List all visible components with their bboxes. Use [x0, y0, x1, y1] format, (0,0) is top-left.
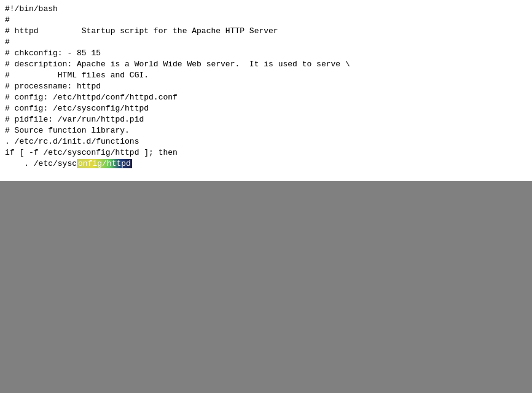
code-line-6: # description: Apache is a World Wide We…	[5, 59, 527, 70]
code-line-7: # HTML files and CGI.	[5, 70, 527, 81]
highlighted-text: onfig/httpd	[77, 159, 132, 168]
code-line-5: # chkconfig: - 85 15	[5, 48, 527, 59]
code-line-11: # pidfile: /var/run/httpd.pid	[5, 114, 527, 125]
code-line-9: # config: /etc/httpd/conf/httpd.conf	[5, 92, 527, 103]
code-editor[interactable]: #!/bin/bash # # httpd Startup script for…	[0, 0, 532, 181]
code-line-2: #	[5, 15, 527, 26]
code-line-13: . /etc/rc.d/init.d/functions	[5, 136, 527, 147]
code-line-10: # config: /etc/sysconfig/httpd	[5, 103, 527, 114]
code-line-12: # Source function library.	[5, 125, 527, 136]
code-line-4: #	[5, 37, 527, 48]
background-area	[0, 181, 532, 393]
code-line-15: if [ -f /etc/sysconfig/httpd ]; then	[5, 147, 527, 158]
code-line-3: # httpd Startup script for the Apache HT…	[5, 26, 527, 37]
code-line-1: #!/bin/bash	[5, 4, 527, 15]
code-line-16: . /etc/sysconfig/httpd	[5, 158, 527, 169]
code-line-8: # processname: httpd	[5, 81, 527, 92]
